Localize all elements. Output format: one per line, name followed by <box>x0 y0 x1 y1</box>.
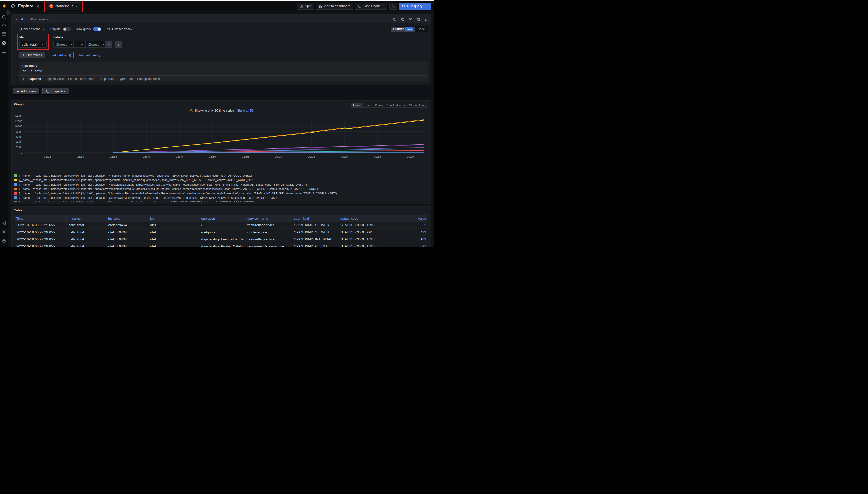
hint-add-sum-button[interactable]: hint: add sum() <box>77 52 103 58</box>
column-header-spankind[interactable]: span_kind <box>292 215 339 222</box>
query-help-icon[interactable] <box>393 17 397 21</box>
run-query-button[interactable]: Run query <box>399 2 431 10</box>
share-icon[interactable] <box>36 4 40 8</box>
query-options-row[interactable]: Options Legend: AutoFormat: Time seriesS… <box>19 75 428 82</box>
raw-query-toggle[interactable] <box>93 27 101 31</box>
legend-item[interactable]: {__name__="calls_total", instance="otelc… <box>14 173 429 178</box>
collapse-chevron-icon[interactable] <box>15 18 18 21</box>
x-tick-label: 23:25 <box>44 155 51 158</box>
inspector-button[interactable]: Inspector <box>42 88 69 95</box>
legend-color-swatch <box>14 179 17 181</box>
warning-triangle-icon <box>189 109 193 112</box>
graph-mode-stacked-lines[interactable]: Stacked lines <box>385 102 407 108</box>
query-editor-panel: A (Prometheus) Query patterns <box>12 15 431 85</box>
legend-series-label: {__name__="calls_total", instance="otelc… <box>19 178 254 182</box>
column-header-instance[interactable]: instance <box>106 215 148 222</box>
hint-add-rate-button[interactable]: hint: add rate() <box>48 52 74 58</box>
explain-label: Explain <box>50 27 61 31</box>
legend-item[interactable]: {__name__="calls_total", instance="otelc… <box>14 182 429 187</box>
x-tick-label: 23:30 <box>77 155 84 158</box>
graph-mode-stacked-bars[interactable]: Stacked bars <box>407 102 429 108</box>
legend-item[interactable]: {__name__="calls_total", instance="otelc… <box>14 196 429 200</box>
split-button[interactable]: Split <box>297 2 314 10</box>
legend-item[interactable]: {__name__="calls_total", instance="otelc… <box>14 191 429 196</box>
column-header-name[interactable]: __name__ <box>67 215 106 222</box>
show-all-series-link[interactable]: Show all 55 <box>237 109 254 112</box>
x-tick-label: 23:45 <box>176 155 183 158</box>
table-cell: otelcol:9464 <box>106 243 148 247</box>
drag-handle-icon[interactable] <box>424 17 428 21</box>
query-datasource-hint: (Prometheus) <box>30 17 50 21</box>
star-icon[interactable] <box>1 23 6 28</box>
column-header-statuscode[interactable]: status_code <box>339 215 385 222</box>
table-cell: otelcol:9464 <box>106 229 148 236</box>
datasource-picker[interactable]: Prometheus <box>46 2 81 10</box>
graph-legend: {__name__="calls_total", instance="otelc… <box>14 173 429 202</box>
legend-item[interactable]: {__name__="calls_total", instance="otelc… <box>14 178 429 183</box>
y-tick-label: 10000 <box>15 125 22 128</box>
tab-builder[interactable]: Builder Beta <box>391 27 415 32</box>
give-feedback-button[interactable]: Give feedback <box>106 27 132 31</box>
graph-mode-points[interactable]: Points <box>373 102 385 108</box>
explore-compass-icon[interactable] <box>1 40 6 45</box>
raw-query-toggle-group: Raw query <box>76 27 102 31</box>
sidebar-expand-button[interactable]: › <box>5 11 10 15</box>
remove-query-trash-icon[interactable] <box>417 17 420 21</box>
column-header-time[interactable]: Time <box>14 215 67 222</box>
column-header-value[interactable]: Value <box>385 215 429 222</box>
metric-select[interactable]: calls_total <box>19 41 47 48</box>
prometheus-logo-icon <box>49 4 53 8</box>
help-icon[interactable] <box>1 239 6 244</box>
remove-label-filter-button[interactable]: ✕ <box>106 41 112 48</box>
zoom-out-icon <box>391 4 395 8</box>
zoom-out-button[interactable] <box>389 2 397 10</box>
top-nav: Explore Prometheus <box>8 1 434 11</box>
hide-response-eye-icon[interactable] <box>409 17 413 21</box>
graph-mode-bars[interactable]: Bars <box>362 102 373 108</box>
graph-mode-lines[interactable]: Lines <box>351 102 363 108</box>
apps-grid-icon <box>319 4 323 8</box>
label-key-select[interactable]: Choose <box>53 41 74 48</box>
legend-item-truncated[interactable]: {__name__="calls_total", instance="otelc… <box>14 200 429 202</box>
gear-icon[interactable] <box>1 229 6 234</box>
add-operations-button[interactable]: + Operations <box>19 52 45 58</box>
raw-query-text: calls_total <box>22 69 425 73</box>
column-header-servicename[interactable]: service_name <box>246 215 292 222</box>
explain-toggle-group: Explain <box>50 27 71 31</box>
alerting-bell-icon[interactable] <box>1 49 6 54</box>
chevron-right-icon <box>22 78 25 80</box>
legend-color-swatch <box>14 192 17 195</box>
beta-badge: Beta <box>405 27 413 31</box>
time-range-picker[interactable]: Last 1 hour <box>355 2 387 10</box>
raw-query-preview-label: Raw query <box>22 64 425 67</box>
y-tick-label: 12000 <box>15 120 22 123</box>
grafana-explore-page: › <box>0 0 434 247</box>
run-query-caret[interactable] <box>425 2 431 10</box>
label-value-select[interactable]: Choose <box>85 41 106 48</box>
query-patterns-dropdown[interactable]: Query patterns <box>19 27 45 31</box>
table-cell: otel <box>148 236 199 243</box>
grafana-logo-icon[interactable] <box>1 3 7 9</box>
column-header-job[interactable]: job <box>148 215 199 222</box>
tab-code[interactable]: Code <box>415 27 427 32</box>
explore-content: A (Prometheus) Query patterns <box>8 11 434 247</box>
dashboards-icon[interactable] <box>1 32 6 37</box>
add-label-filter-button[interactable]: + <box>115 41 123 48</box>
split-columns-icon <box>300 4 303 8</box>
column-header-operation[interactable]: operation <box>199 215 246 222</box>
time-series-chart[interactable]: 0200040006000800010000120001400023:2523:… <box>14 114 429 161</box>
sign-in-icon[interactable] <box>1 220 6 225</box>
graph-panel-title: Graph <box>14 102 24 106</box>
explain-toggle[interactable] <box>63 27 71 31</box>
labels-label: Labels <box>53 36 123 39</box>
legend-item[interactable]: {__name__="calls_total", instance="otelc… <box>14 187 429 191</box>
search-icon[interactable] <box>1 15 6 20</box>
duplicate-query-icon[interactable] <box>401 17 404 21</box>
query-row-header[interactable]: A (Prometheus) <box>12 15 431 23</box>
query-actions: + Add query Inspector <box>13 88 431 95</box>
add-query-button[interactable]: + Add query <box>13 88 40 95</box>
sync-icon <box>402 4 405 8</box>
legend-color-swatch <box>14 174 17 177</box>
label-operator-select[interactable]: = <box>73 41 86 48</box>
add-to-dashboard-button[interactable]: Add to dashboard <box>316 2 353 10</box>
